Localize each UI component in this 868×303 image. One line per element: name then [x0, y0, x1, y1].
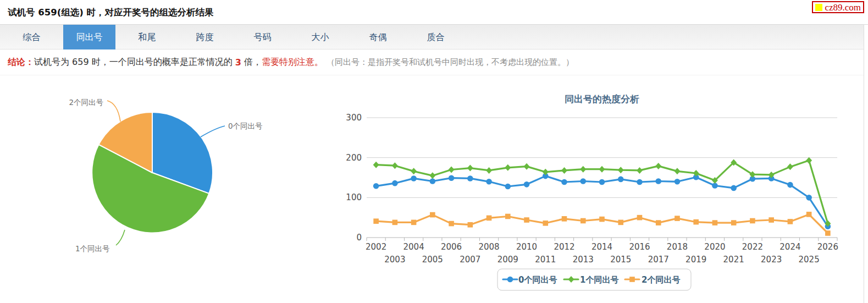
data-point-2个同出号-2020[interactable] [712, 220, 718, 225]
data-point-2个同出号-2007[interactable] [468, 222, 473, 228]
x-axis-label-2003: 2003 [384, 255, 405, 265]
tab-zonghe[interactable]: 综合 [5, 25, 58, 49]
data-point-2个同出号-2005[interactable] [430, 212, 435, 218]
x-axis-label-2005: 2005 [422, 255, 443, 265]
data-point-2个同出号-2008[interactable] [486, 216, 492, 221]
data-point-2个同出号-2004[interactable] [411, 220, 417, 225]
y-axis-label-100: 100 [346, 192, 362, 202]
data-point-2个同出号-2015[interactable] [618, 220, 623, 225]
data-point-0个同出号-2024[interactable] [787, 182, 793, 188]
data-point-0个同出号-2006[interactable] [449, 175, 455, 181]
x-axis-label-2026: 2026 [817, 242, 838, 252]
legend-label: 0个同出号 [518, 275, 557, 285]
pie-callout-line [107, 101, 120, 122]
legend-square-icon [629, 277, 635, 282]
data-point-1个同出号-2007[interactable] [467, 165, 473, 172]
data-point-2个同出号-2023[interactable] [769, 217, 774, 223]
data-point-1个同出号-2018[interactable] [674, 168, 680, 174]
tab-jiou[interactable]: 奇偶 [352, 25, 404, 49]
data-point-0个同出号-2013[interactable] [580, 178, 586, 184]
data-point-1个同出号-2017[interactable] [655, 163, 661, 169]
data-point-1个同出号-2024[interactable] [787, 163, 793, 170]
data-point-0个同出号-2016[interactable] [637, 179, 643, 185]
data-point-1个同出号-2010[interactable] [524, 163, 530, 170]
data-point-0个同出号-2018[interactable] [675, 179, 681, 185]
data-point-0个同出号-2014[interactable] [599, 179, 605, 185]
data-point-0个同出号-2003[interactable] [392, 180, 398, 186]
data-point-2个同出号-2006[interactable] [449, 221, 454, 227]
conclusion-text-1: 试机号为 659 时，一个同出号的概率是正常情况的 [34, 57, 235, 68]
x-axis-label-2020: 2020 [704, 242, 725, 252]
data-point-1个同出号-2002[interactable] [373, 162, 379, 168]
data-point-1个同出号-2008[interactable] [486, 167, 492, 174]
data-point-0个同出号-2015[interactable] [618, 177, 624, 183]
data-point-0个同出号-2008[interactable] [486, 179, 492, 185]
tab-bar: 综合 同出号 和尾 跨度 号码 大小 奇偶 质合 [0, 25, 864, 49]
x-axis-label-2016: 2016 [629, 242, 650, 252]
tab-kuadu[interactable]: 跨度 [179, 25, 231, 49]
data-point-2个同出号-2024[interactable] [788, 219, 793, 224]
data-point-2个同出号-2003[interactable] [392, 220, 398, 225]
data-point-0个同出号-2007[interactable] [467, 175, 473, 181]
data-point-2个同出号-2025[interactable] [806, 212, 812, 217]
data-point-2个同出号-2019[interactable] [693, 219, 699, 225]
data-point-1个同出号-2004[interactable] [411, 168, 417, 174]
data-point-2个同出号-2002[interactable] [373, 218, 379, 224]
data-point-0个同出号-2010[interactable] [524, 181, 530, 188]
data-point-2个同出号-2017[interactable] [656, 220, 661, 225]
x-axis-label-2006: 2006 [441, 242, 462, 252]
data-point-2个同出号-2011[interactable] [543, 221, 548, 226]
data-point-1个同出号-2003[interactable] [392, 162, 398, 169]
data-point-1个同出号-2012[interactable] [561, 167, 567, 174]
tab-hewei[interactable]: 和尾 [121, 25, 173, 49]
data-point-2个同出号-2013[interactable] [580, 218, 586, 224]
conclusion-note: （同出号：是指开奖号和试机号中同时出现，不考虑出现的位置。） [327, 57, 574, 68]
line-chart-title: 同出号的热度分析 [565, 93, 639, 104]
conclusion-row: 结论：试机号为 659 时，一个同出号的概率是正常情况的 3 倍，需要特别注意。… [0, 50, 864, 75]
tab-tongchuhao[interactable]: 同出号 [63, 25, 115, 49]
pie-callout-line [116, 230, 125, 245]
data-point-1个同出号-2009[interactable] [505, 164, 511, 171]
data-point-1个同出号-2015[interactable] [618, 167, 624, 173]
data-point-0个同出号-2002[interactable] [373, 183, 379, 189]
data-point-2个同出号-2010[interactable] [524, 217, 529, 223]
legend-label: 1个同出号 [580, 275, 618, 285]
data-point-2个同出号-2026[interactable] [825, 230, 831, 236]
data-point-0个同出号-2004[interactable] [411, 175, 417, 181]
data-point-1个同出号-2006[interactable] [449, 166, 455, 173]
data-point-0个同出号-2012[interactable] [561, 179, 567, 185]
data-point-0个同出号-2021[interactable] [731, 185, 737, 191]
y-axis-label-300: 300 [346, 113, 362, 123]
data-point-1个同出号-2025[interactable] [806, 157, 812, 164]
conclusion-multiplier: 3 [235, 57, 241, 68]
x-axis-label-2010: 2010 [516, 242, 537, 252]
data-point-0个同出号-2009[interactable] [505, 184, 511, 190]
x-axis-label-2002: 2002 [366, 242, 386, 252]
conclusion-prefix: 结论： [8, 57, 34, 68]
logo-square-icon [815, 4, 822, 11]
data-point-1个同出号-2005[interactable] [429, 172, 435, 179]
tab-zhihe[interactable]: 质合 [410, 25, 462, 49]
data-point-0个同出号-2025[interactable] [806, 195, 812, 201]
tab-haoma[interactable]: 号码 [236, 25, 289, 49]
line-chart: 同出号的热度分析01002003002002200320042005200620… [341, 82, 868, 303]
data-point-2个同出号-2022[interactable] [750, 218, 755, 224]
data-point-1个同出号-2013[interactable] [580, 166, 586, 173]
data-point-1个同出号-2016[interactable] [637, 167, 643, 174]
data-point-1个同出号-2014[interactable] [599, 166, 605, 173]
x-axis-label-2023: 2023 [761, 255, 782, 265]
data-point-2个同出号-2016[interactable] [637, 215, 643, 221]
data-point-2个同出号-2012[interactable] [562, 216, 567, 222]
data-point-2个同出号-2021[interactable] [731, 220, 737, 225]
x-axis-label-2022: 2022 [742, 242, 763, 252]
data-point-2个同出号-2009[interactable] [505, 214, 511, 219]
data-point-0个同出号-2005[interactable] [430, 178, 436, 184]
x-axis-label-2014: 2014 [591, 242, 612, 252]
tab-daxiao[interactable]: 大小 [294, 25, 346, 49]
data-point-2个同出号-2018[interactable] [675, 216, 680, 221]
data-point-2个同出号-2014[interactable] [599, 217, 605, 222]
site-logo[interactable]: cz89.com [812, 1, 864, 13]
legend-label: 2个同出号 [642, 275, 680, 285]
data-point-0个同出号-2017[interactable] [655, 178, 661, 184]
legend-circle-icon [507, 277, 513, 283]
